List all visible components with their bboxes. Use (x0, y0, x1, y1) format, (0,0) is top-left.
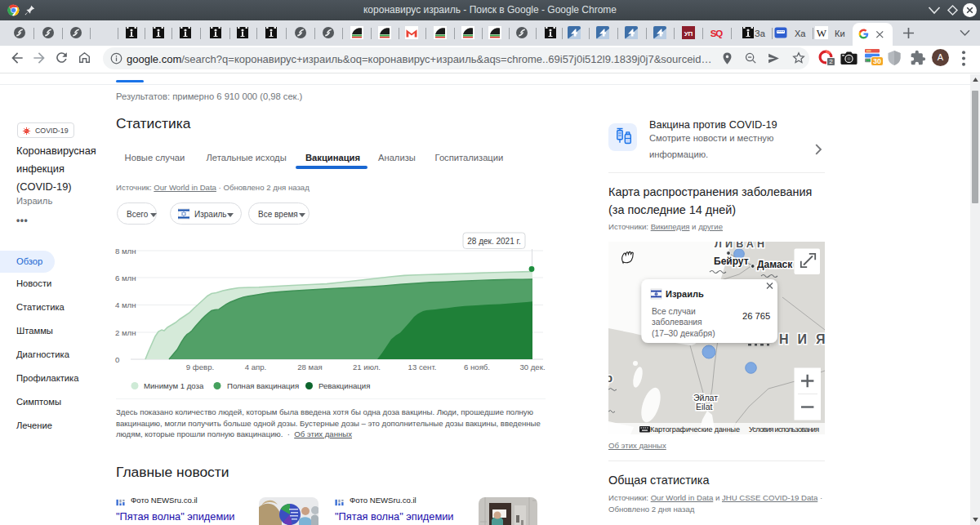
svg-text:28 дек. 2021 г.: 28 дек. 2021 г. (467, 237, 520, 246)
svg-text:УП: УП (684, 30, 693, 38)
svg-text:8 млн: 8 млн (115, 247, 136, 256)
svg-text:26 765: 26 765 (742, 311, 770, 321)
svg-text:30 дек.: 30 дек. (519, 363, 545, 372)
svg-text:Ревакцинация: Ревакцинация (318, 381, 370, 390)
svg-text:Бейрут: Бейрут (714, 256, 749, 267)
svg-text:НИЯ: НИЯ (779, 332, 825, 346)
svg-text:28 мая: 28 мая (297, 363, 322, 372)
svg-text:Полная вакцинация: Полная вакцинация (227, 381, 299, 390)
svg-text:р: р (608, 371, 612, 385)
svg-text:13 сент.: 13 сент. (408, 363, 437, 372)
svg-text:Минимум 1 доза: Минимум 1 доза (144, 381, 204, 390)
svg-text:Картографические данные: Картографические данные (650, 425, 740, 434)
svg-text:6 млн: 6 млн (115, 274, 136, 283)
svg-text:Eilat: Eilat (696, 402, 713, 412)
svg-text:4 апр.: 4 апр. (245, 363, 267, 372)
svg-text:Израиль: Израиль (666, 289, 704, 299)
svg-text:SQ: SQ (710, 29, 723, 38)
svg-text:2 млн: 2 млн (115, 328, 136, 337)
svg-text:0: 0 (115, 355, 119, 364)
svg-text:Условия использования: Условия использования (749, 425, 819, 434)
svg-text:9 февр.: 9 февр. (186, 363, 214, 372)
svg-text:ЛИВАН: ЛИВАН (715, 242, 768, 250)
svg-text:W: W (817, 27, 827, 39)
svg-text:6 нояб.: 6 нояб. (464, 363, 490, 372)
svg-text:4 млн: 4 млн (115, 300, 136, 309)
svg-text:Дамаск: Дамаск (757, 259, 793, 270)
svg-text:Все случаи: Все случаи (652, 307, 696, 316)
svg-text:21 июл.: 21 июл. (353, 363, 381, 372)
svg-text:заболевания: заболевания (652, 318, 702, 327)
svg-text:(17–30 декабря): (17–30 декабря) (652, 329, 715, 338)
